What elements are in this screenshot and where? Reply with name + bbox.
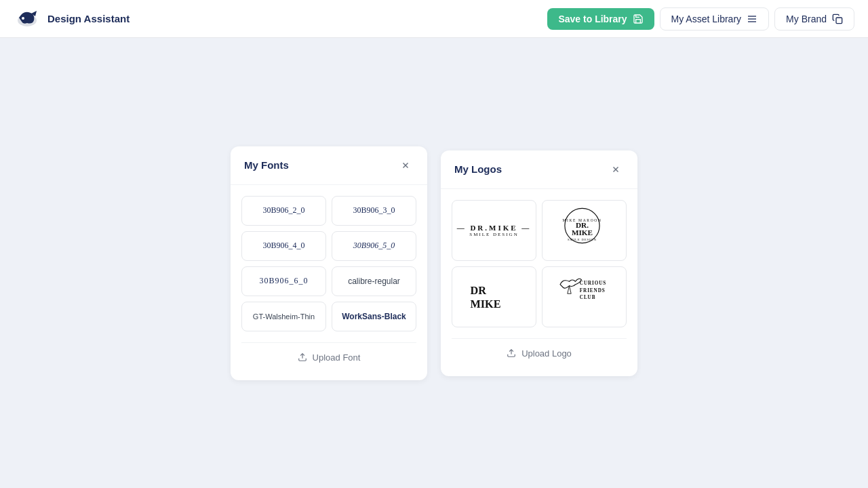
logos-panel-close[interactable] [608, 161, 624, 178]
svg-text:MIKE: MIKE [571, 228, 592, 236]
dr-mike-block-svg: DR MIKE [467, 275, 516, 316]
svg-text:CURIOUS: CURIOUS [579, 281, 606, 286]
logos-grid: — DR.MIKE — SMILE DESIGN MIKE MAROON DR.… [452, 200, 627, 327]
font-item[interactable]: 30B906_3_0 [332, 196, 416, 226]
menu-icon [747, 14, 757, 24]
save-to-library-button[interactable]: Save to Library [547, 8, 654, 30]
upload-font-label: Upload Font [313, 352, 361, 363]
my-brand-button[interactable]: My Brand [774, 7, 854, 30]
upload-logo-button[interactable]: Upload Logo [452, 338, 627, 365]
upload-icon [507, 348, 516, 358]
fonts-panel-close[interactable] [397, 157, 414, 174]
svg-text:FRIENDS: FRIENDS [579, 288, 605, 293]
curious-friends-svg: CURIOUS FRIENDS CLUB [554, 270, 609, 321]
fonts-panel: My Fonts 30B906_2_0 30B906_3_0 30B906_4_… [231, 146, 427, 380]
fonts-panel-title: My Fonts [244, 159, 289, 171]
svg-text:MIKE: MIKE [470, 298, 500, 310]
close-icon [401, 161, 410, 170]
save-icon [633, 14, 644, 24]
font-item[interactable]: 30B906_6_0 [241, 266, 326, 296]
app-title: Design Assistant [47, 13, 130, 24]
header-right: Save to Library My Asset Library My Bran… [547, 7, 854, 30]
dr-mike-circle-svg: MIKE MAROON DR. MIKE SMILE DESIGN [561, 207, 604, 245]
header-left: Design Assistant [14, 5, 130, 33]
font-item[interactable]: WorkSans-Black [332, 302, 416, 331]
upload-icon [298, 352, 307, 362]
font-item[interactable]: calibre-regular [332, 266, 416, 296]
fonts-panel-body: 30B906_2_0 30B906_3_0 30B906_4_0 30B906_… [231, 185, 427, 380]
brand-label: My Brand [786, 14, 827, 24]
logos-panel-header: My Logos [441, 150, 637, 189]
logo-item-curious-friends[interactable]: CURIOUS FRIENDS CLUB [542, 266, 627, 327]
save-label: Save to Library [558, 14, 627, 24]
upload-logo-label: Upload Logo [521, 348, 572, 359]
logo-item-dr-mike-circle[interactable]: MIKE MAROON DR. MIKE SMILE DESIGN [542, 200, 627, 261]
main-content: My Fonts 30B906_2_0 30B906_3_0 30B906_4_… [0, 38, 868, 488]
asset-library-label: My Asset Library [671, 14, 741, 24]
logo-item-dr-mike-horizontal[interactable]: — DR.MIKE — SMILE DESIGN [452, 200, 536, 261]
svg-text:CLUB: CLUB [579, 295, 595, 300]
svg-rect-5 [836, 18, 842, 24]
brand-icon [832, 14, 843, 24]
asset-library-button[interactable]: My Asset Library [660, 7, 769, 30]
logo-curious-friends-text: CURIOUS FRIENDS CLUB [554, 270, 615, 323]
fonts-panel-header: My Fonts [231, 146, 427, 185]
logo-dr-mike-circle-container: MIKE MAROON DR. MIKE SMILE DESIGN [561, 207, 608, 254]
logo-dr-mike-block-text: DR MIKE [467, 275, 521, 319]
close-icon [611, 165, 620, 174]
fonts-grid: 30B906_2_0 30B906_3_0 30B906_4_0 30B906_… [241, 196, 416, 331]
logo-item-dr-mike-block[interactable]: DR MIKE [452, 266, 536, 327]
logo-dr-mike-horiz-text: — DR.MIKE — SMILE DESIGN [457, 224, 532, 237]
app-header: Design Assistant Save to Library My Asse… [0, 0, 868, 38]
upload-font-button[interactable]: Upload Font [241, 342, 416, 369]
font-item[interactable]: 30B906_4_0 [241, 231, 326, 261]
app-logo [14, 5, 41, 33]
svg-text:SMILE DESIGN: SMILE DESIGN [568, 237, 597, 241]
font-item[interactable]: 30B906_5_0 [332, 231, 416, 261]
font-item[interactable]: GT-Walsheim-Thin [241, 302, 326, 331]
logos-panel-body: — DR.MIKE — SMILE DESIGN MIKE MAROON DR.… [441, 189, 637, 376]
font-item[interactable]: 30B906_2_0 [241, 196, 326, 226]
logos-panel-title: My Logos [454, 163, 502, 175]
svg-point-1 [22, 17, 24, 20]
logos-panel: My Logos — DR.MIKE — SMILE DESIGN [441, 150, 637, 376]
svg-text:DR: DR [470, 285, 486, 297]
